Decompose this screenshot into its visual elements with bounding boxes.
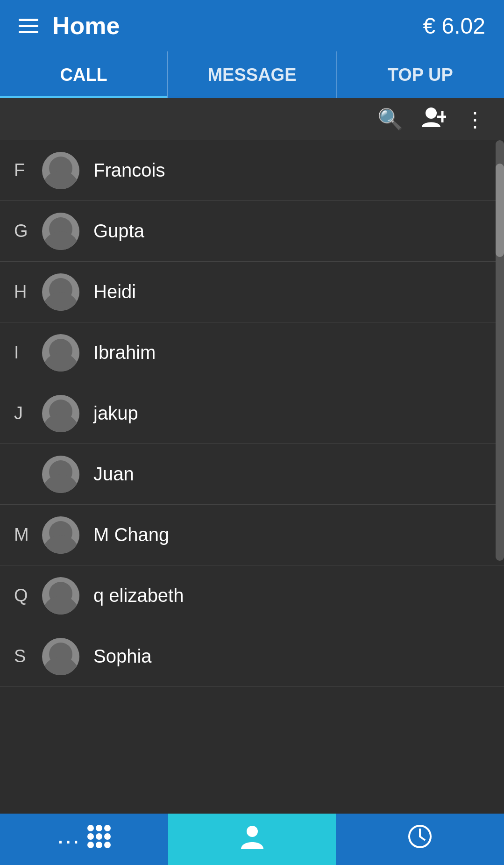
contact-toolbar: 🔍 ⋮ (0, 98, 504, 140)
contact-letter: S (14, 646, 42, 666)
recents-button[interactable] (336, 814, 504, 865)
contact-name: Francois (93, 160, 165, 181)
tab-topup[interactable]: TOP UP (337, 51, 504, 98)
list-item[interactable]: MM Chang (0, 505, 504, 565)
avatar (42, 577, 79, 615)
search-icon[interactable]: 🔍 (377, 107, 403, 131)
contact-letter: M (14, 525, 42, 545)
avatar (42, 273, 79, 311)
scrollbar-thumb[interactable] (496, 164, 504, 257)
list-item[interactable]: SSophia (0, 626, 504, 687)
tab-bar: CALL MESSAGE TOP UP (0, 51, 504, 98)
add-contact-icon[interactable] (422, 107, 446, 132)
avatar (42, 213, 79, 250)
contact-letter: I (14, 343, 42, 363)
contact-letter: H (14, 282, 42, 302)
contact-name: M Chang (93, 524, 169, 545)
contact-name: Gupta (93, 221, 144, 242)
list-item[interactable]: Juan (0, 444, 504, 505)
more-options-icon[interactable]: ⋮ (465, 107, 485, 131)
contacts-icon (240, 824, 265, 855)
svg-point-4 (96, 825, 102, 831)
dialpad-button[interactable]: ⋯ (0, 814, 168, 865)
avatar (42, 395, 79, 432)
recents-icon (407, 824, 433, 855)
bottom-nav: ⋯ (0, 814, 504, 865)
page-title: Home (52, 12, 120, 40)
avatar (42, 152, 79, 189)
list-item[interactable]: GGupta (0, 201, 504, 262)
svg-point-0 (426, 107, 437, 119)
list-item[interactable]: FFrancois (0, 140, 504, 201)
balance-display: € 6.02 (423, 13, 485, 39)
avatar (42, 638, 79, 675)
contact-name: q elizabeth (93, 585, 184, 606)
avatar (42, 334, 79, 372)
svg-point-3 (87, 825, 94, 831)
svg-point-5 (104, 825, 111, 831)
contact-name: Heidi (93, 281, 136, 302)
contact-letter: Q (14, 586, 42, 606)
header-left: Home (19, 12, 120, 40)
list-item[interactable]: HHeidi (0, 262, 504, 322)
list-item[interactable]: Jjakup (0, 383, 504, 444)
tab-message[interactable]: MESSAGE (168, 51, 336, 98)
main-content: 🔍 ⋮ FFrancoisGGuptaHHeidiIIbrahimJjakupJ… (0, 98, 504, 814)
contact-list: FFrancoisGGuptaHHeidiIIbrahimJjakupJuanM… (0, 140, 504, 814)
contact-name: Sophia (93, 646, 152, 667)
svg-point-6 (87, 833, 94, 840)
scrollbar[interactable] (496, 140, 504, 561)
dialpad-icon: ⋯ (57, 824, 112, 855)
list-item[interactable]: IIbrahim (0, 322, 504, 383)
header: Home € 6.02 (0, 0, 504, 51)
avatar (42, 516, 79, 554)
svg-point-9 (87, 842, 94, 848)
tab-call[interactable]: CALL (0, 51, 168, 98)
svg-point-12 (247, 826, 258, 837)
list-item[interactable]: Qq elizabeth (0, 565, 504, 626)
hamburger-menu[interactable] (19, 19, 38, 33)
contact-name: jakup (93, 403, 138, 424)
contacts-button[interactable] (168, 814, 336, 865)
contact-name: Juan (93, 464, 134, 485)
svg-point-8 (104, 833, 111, 840)
svg-point-11 (104, 842, 111, 848)
contact-letter: G (14, 221, 42, 241)
svg-point-7 (96, 833, 102, 840)
avatar (42, 456, 79, 493)
contact-letter: F (14, 160, 42, 180)
contact-name: Ibrahim (93, 342, 156, 363)
contact-letter: J (14, 403, 42, 423)
svg-point-10 (96, 842, 102, 848)
